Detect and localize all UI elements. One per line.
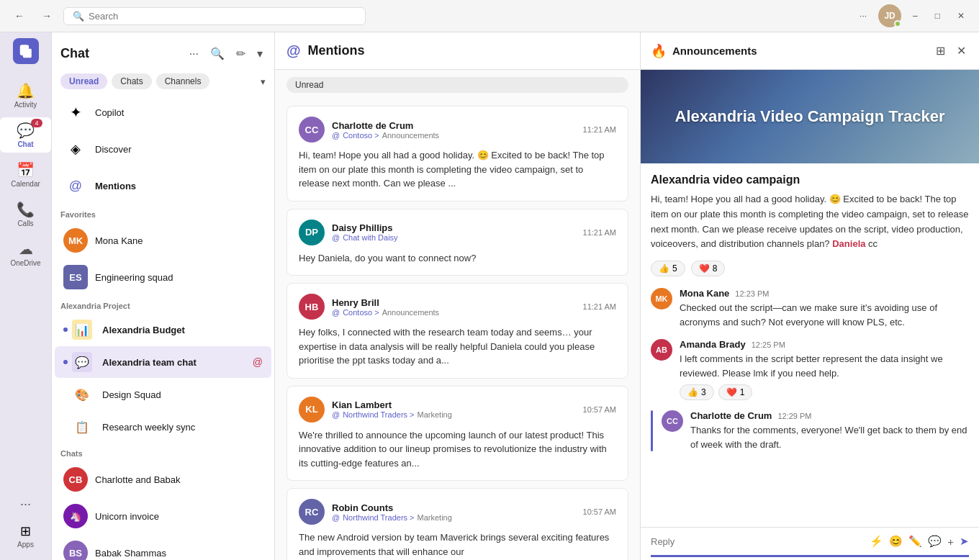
sidebar-item-discover[interactable]: ◈ Discover — [55, 131, 271, 167]
search-icon: 🔍 — [73, 11, 84, 22]
charlotte2-reply-meta: Charlotte de Crum 12:29 PM — [690, 410, 969, 421]
more-options-button[interactable]: ··· — [854, 8, 872, 24]
message-card-henry[interactable]: HB Henry Brill @ Contoso > Announcements… — [287, 283, 628, 379]
maximize-button[interactable]: □ — [929, 8, 946, 24]
close-right-button[interactable]: ✕ — [954, 41, 969, 60]
amanda-thumbs-up[interactable]: 👍 3 — [680, 384, 714, 400]
charlotte-babak-label: Charlotte and Babak — [95, 474, 263, 485]
daisy-msg-header: DP Daisy Phillips @ Chat with Daisy 11:2… — [299, 220, 616, 245]
send-button[interactable]: ➤ — [960, 535, 969, 548]
chat-list: ✦ Copilot ◈ Discover @ Mentions Favorite… — [52, 94, 274, 560]
activity-label: Activity — [14, 101, 37, 109]
sidebar-item-alexandria-budget[interactable]: 📊 Alexandria Budget — [55, 314, 271, 346]
sidebar-item-charlotte-babak[interactable]: CB Charlotte and Babak — [55, 461, 271, 497]
chat-more-button[interactable]: ··· — [186, 45, 202, 63]
charlotte-channel-name: Announcements — [382, 131, 440, 140]
reply-input[interactable] — [651, 536, 862, 547]
copilot-label: Copilot — [95, 107, 263, 118]
banner-text: Alexandria Video Campaign Tracker — [661, 92, 960, 142]
amanda-heart-emoji: ❤️ — [726, 387, 737, 397]
right-panel: 🔥 Announcements ⊞ ✕ Alexandria Video Cam… — [641, 32, 979, 560]
sidebar-item-unicorn[interactable]: 🦄 Unicorn invoice — [55, 498, 271, 534]
mona-reply-content: Mona Kane 12:23 PM Checked out the scrip… — [680, 288, 969, 329]
right-header-buttons: ⊞ ✕ — [933, 41, 969, 60]
robin-channel: Northwind Traders > — [343, 513, 414, 522]
kian-msg-header: KL Kian Lambert @ Northwind Traders > Ma… — [299, 397, 616, 423]
sidebar-item-research[interactable]: 📋 Research weekly sync — [55, 411, 271, 443]
reaction-heart[interactable]: ❤️ 8 — [691, 261, 726, 276]
team-chat-icon: 💬 — [72, 352, 92, 372]
robin-msg-meta: Robin Counts @ Northwind Traders > Marke… — [332, 502, 452, 522]
nav-activity[interactable]: 🔔 Activity — [0, 78, 51, 113]
kian-msg-avatar: KL — [299, 397, 325, 423]
apps-label: Apps — [17, 541, 34, 548]
filter-expand-button[interactable]: ▾ — [261, 76, 266, 87]
team-chat-bullet — [63, 360, 68, 364]
search-input[interactable] — [89, 11, 356, 22]
henry-msg-meta: Henry Brill @ Contoso > Announcements — [332, 297, 439, 317]
charlotte-msg-name: Charlotte de Crum — [332, 120, 439, 131]
announcement-body: Hi, team! Hope you all had a good holida… — [651, 192, 969, 252]
henry-at-icon: @ — [332, 308, 340, 317]
daisy-msg-name: Daisy Phillips — [332, 222, 398, 233]
left-nav: 🔔 Activity 💬 4 Chat 📅 Calendar 📞 Calls ☁… — [0, 32, 52, 560]
sidebar-item-engineering[interactable]: ES Engineering squad — [55, 259, 271, 295]
sidebar-item-babak[interactable]: BS Babak Shammas — [55, 535, 271, 560]
lightning-button[interactable]: ⚡ — [870, 535, 883, 548]
robin-msg-submeta: @ Northwind Traders > Marketing — [332, 513, 452, 522]
amanda-heart[interactable]: ❤️ 1 — [718, 384, 753, 400]
attach-button[interactable]: + — [947, 536, 954, 548]
user-avatar[interactable]: JD — [878, 4, 901, 27]
nav-calls[interactable]: 📞 Calls — [0, 197, 51, 232]
nav-onedrive[interactable]: ☁ OneDrive — [0, 236, 51, 271]
main-reactions: 👍 5 ❤️ 8 — [651, 261, 969, 276]
message-card-robin[interactable]: RC Robin Counts @ Northwind Traders > Ma… — [287, 488, 628, 560]
message-card-kian[interactable]: KL Kian Lambert @ Northwind Traders > Ma… — [287, 386, 628, 482]
amanda-reply-content: Amanda Brady 12:25 PM I left comments in… — [680, 339, 969, 400]
minimize-button[interactable]: – — [907, 8, 924, 24]
sidebar-item-alexandria-team-chat[interactable]: 💬 Alexandria team chat @ — [55, 346, 271, 378]
message-card-charlotte[interactable]: CC Charlotte de Crum @ Contoso > Announc… — [287, 106, 628, 202]
filter-arrow-button[interactable]: ▾ — [254, 44, 266, 63]
close-button[interactable]: ✕ — [952, 8, 970, 24]
sidebar-item-design-squad[interactable]: 🎨 Design Squad — [55, 379, 271, 410]
nav-calendar[interactable]: 📅 Calendar — [0, 157, 51, 192]
filter-unread[interactable]: Unread — [60, 73, 107, 89]
onedrive-icon: ☁ — [19, 240, 33, 258]
nav-more-button[interactable]: ··· — [14, 491, 37, 518]
filter-chats[interactable]: Chats — [112, 73, 151, 89]
mention-daniela: Daniela — [832, 238, 865, 249]
back-button[interactable]: ← — [9, 7, 30, 24]
sticker-button[interactable]: 💬 — [928, 535, 942, 548]
thumbs-up-count: 5 — [672, 263, 677, 274]
right-title: Announcements — [672, 45, 933, 57]
message-card-daisy[interactable]: DP Daisy Phillips @ Chat with Daisy 11:2… — [287, 209, 628, 276]
new-chat-button[interactable]: ✏ — [233, 44, 248, 63]
nav-chat[interactable]: 💬 4 Chat — [0, 117, 51, 153]
daisy-msg-meta: Daisy Phillips @ Chat with Daisy — [332, 222, 398, 242]
kian-msg-name: Kian Lambert — [332, 399, 452, 410]
nav-apps[interactable]: ⊞ Apps — [0, 519, 51, 553]
pop-out-button[interactable]: ⊞ — [933, 41, 948, 60]
mentions-icon: @ — [63, 173, 88, 198]
format-button[interactable]: ✏️ — [908, 535, 922, 548]
reaction-thumbs-up[interactable]: 👍 5 — [651, 261, 685, 276]
activity-icon: 🔔 — [17, 82, 35, 99]
forward-button[interactable]: → — [36, 7, 58, 24]
sidebar-item-mentions[interactable]: @ Mentions — [55, 168, 271, 204]
charlotte2-reply-time: 12:29 PM — [777, 412, 811, 420]
right-content: Alexandria video campaign Hi, team! Hope… — [641, 163, 979, 527]
emoji-button[interactable]: 😊 — [889, 535, 903, 548]
calls-label: Calls — [17, 220, 33, 227]
robin-msg-body: The new Android version by team Maverick… — [299, 530, 616, 559]
sidebar-item-mona[interactable]: MK Mona Kane — [55, 222, 271, 258]
daisy-msg-avatar: DP — [299, 220, 325, 245]
chat-search-button[interactable]: 🔍 — [207, 44, 227, 63]
sidebar-item-copilot[interactable]: ✦ Copilot — [55, 94, 271, 130]
unicorn-avatar: 🦄 — [63, 504, 88, 528]
filter-channels[interactable]: Channels — [156, 73, 210, 89]
mention-suffix: cc — [868, 238, 878, 249]
engineering-label: Engineering squad — [95, 272, 263, 283]
kian-time: 10:57 AM — [583, 405, 616, 414]
reply-charlotte2: CC Charlotte de Crum 12:29 PM Thanks for… — [651, 410, 969, 451]
